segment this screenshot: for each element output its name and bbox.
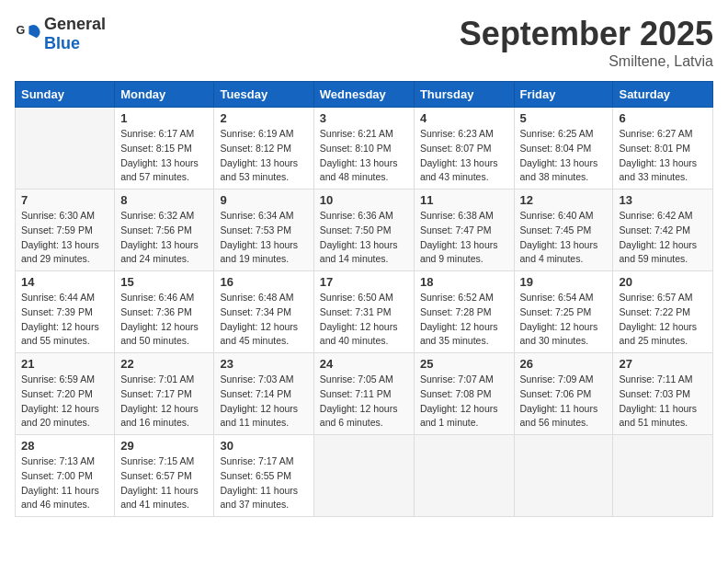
day-header-tuesday: Tuesday xyxy=(214,82,313,108)
day-info: Sunrise: 7:05 AMSunset: 7:11 PMDaylight:… xyxy=(320,373,408,431)
calendar-week-row: 21Sunrise: 6:59 AMSunset: 7:20 PMDayligh… xyxy=(16,353,713,435)
day-number: 6 xyxy=(619,111,707,125)
day-info: Sunrise: 6:38 AMSunset: 7:47 PMDaylight:… xyxy=(420,209,508,267)
day-number: 9 xyxy=(220,193,307,207)
calendar-cell xyxy=(313,435,414,517)
calendar-cell: 24Sunrise: 7:05 AMSunset: 7:11 PMDayligh… xyxy=(313,353,414,435)
day-info: Sunrise: 6:30 AMSunset: 7:59 PMDaylight:… xyxy=(21,209,108,267)
day-number: 16 xyxy=(220,275,307,289)
calendar-cell: 27Sunrise: 7:11 AMSunset: 7:03 PMDayligh… xyxy=(613,353,713,435)
calendar-cell: 10Sunrise: 6:36 AMSunset: 7:50 PMDayligh… xyxy=(313,190,414,271)
day-info: Sunrise: 7:09 AMSunset: 7:06 PMDaylight:… xyxy=(520,373,608,431)
day-info: Sunrise: 6:27 AMSunset: 8:01 PMDaylight:… xyxy=(619,127,707,185)
calendar-week-row: 1Sunrise: 6:17 AMSunset: 8:15 PMDaylight… xyxy=(16,108,713,190)
day-info: Sunrise: 6:44 AMSunset: 7:39 PMDaylight:… xyxy=(21,291,108,349)
day-number: 7 xyxy=(21,193,108,207)
calendar-header-row: SundayMondayTuesdayWednesdayThursdayFrid… xyxy=(16,82,713,108)
day-number: 30 xyxy=(220,439,307,453)
day-info: Sunrise: 7:01 AMSunset: 7:17 PMDaylight:… xyxy=(120,373,208,431)
day-number: 18 xyxy=(420,275,508,289)
calendar-week-row: 7Sunrise: 6:30 AMSunset: 7:59 PMDaylight… xyxy=(16,190,713,271)
month-title: September 2025 xyxy=(460,15,713,53)
logo-text-general: General xyxy=(44,15,106,33)
day-info: Sunrise: 6:50 AMSunset: 7:31 PMDaylight:… xyxy=(320,291,408,349)
calendar-cell: 30Sunrise: 7:17 AMSunset: 6:55 PMDayligh… xyxy=(214,435,313,517)
day-info: Sunrise: 6:36 AMSunset: 7:50 PMDaylight:… xyxy=(320,209,408,267)
calendar-cell xyxy=(16,108,115,190)
calendar-cell: 2Sunrise: 6:19 AMSunset: 8:12 PMDaylight… xyxy=(214,108,313,190)
day-header-thursday: Thursday xyxy=(414,82,514,108)
day-info: Sunrise: 6:40 AMSunset: 7:45 PMDaylight:… xyxy=(520,209,608,267)
calendar-week-row: 14Sunrise: 6:44 AMSunset: 7:39 PMDayligh… xyxy=(16,271,713,353)
logo-icon: G xyxy=(15,21,40,47)
calendar-cell: 14Sunrise: 6:44 AMSunset: 7:39 PMDayligh… xyxy=(16,271,115,353)
logo: G General Blue xyxy=(15,15,106,53)
day-number: 3 xyxy=(320,111,408,125)
day-info: Sunrise: 6:32 AMSunset: 7:56 PMDaylight:… xyxy=(120,209,208,267)
day-number: 17 xyxy=(320,275,408,289)
calendar-cell: 26Sunrise: 7:09 AMSunset: 7:06 PMDayligh… xyxy=(514,353,613,435)
calendar-cell: 20Sunrise: 6:57 AMSunset: 7:22 PMDayligh… xyxy=(613,271,713,353)
day-number: 8 xyxy=(120,193,208,207)
calendar-cell: 16Sunrise: 6:48 AMSunset: 7:34 PMDayligh… xyxy=(214,271,313,353)
day-number: 22 xyxy=(120,357,208,371)
day-number: 21 xyxy=(21,357,108,371)
calendar-cell: 15Sunrise: 6:46 AMSunset: 7:36 PMDayligh… xyxy=(115,271,214,353)
day-number: 20 xyxy=(619,275,707,289)
calendar-cell xyxy=(613,435,713,517)
day-number: 25 xyxy=(420,357,508,371)
day-info: Sunrise: 6:21 AMSunset: 8:10 PMDaylight:… xyxy=(320,127,408,185)
calendar-cell: 3Sunrise: 6:21 AMSunset: 8:10 PMDaylight… xyxy=(313,108,414,190)
day-header-wednesday: Wednesday xyxy=(313,82,414,108)
calendar-cell: 23Sunrise: 7:03 AMSunset: 7:14 PMDayligh… xyxy=(214,353,313,435)
calendar-week-row: 28Sunrise: 7:13 AMSunset: 7:00 PMDayligh… xyxy=(16,435,713,517)
page-header: G General Blue September 2025 Smiltene, … xyxy=(15,15,713,70)
day-info: Sunrise: 6:54 AMSunset: 7:25 PMDaylight:… xyxy=(520,291,608,349)
calendar-cell: 22Sunrise: 7:01 AMSunset: 7:17 PMDayligh… xyxy=(115,353,214,435)
day-info: Sunrise: 7:03 AMSunset: 7:14 PMDaylight:… xyxy=(220,373,307,431)
calendar-cell: 17Sunrise: 6:50 AMSunset: 7:31 PMDayligh… xyxy=(313,271,414,353)
day-info: Sunrise: 6:42 AMSunset: 7:42 PMDaylight:… xyxy=(619,209,707,267)
calendar-cell: 1Sunrise: 6:17 AMSunset: 8:15 PMDaylight… xyxy=(115,108,214,190)
calendar-cell: 18Sunrise: 6:52 AMSunset: 7:28 PMDayligh… xyxy=(414,271,514,353)
day-number: 1 xyxy=(120,111,208,125)
day-header-friday: Friday xyxy=(514,82,613,108)
day-info: Sunrise: 7:17 AMSunset: 6:55 PMDaylight:… xyxy=(220,454,307,512)
day-number: 13 xyxy=(619,193,707,207)
day-number: 26 xyxy=(520,357,608,371)
day-info: Sunrise: 6:59 AMSunset: 7:20 PMDaylight:… xyxy=(21,373,108,431)
logo-text-blue: Blue xyxy=(44,34,80,52)
day-number: 19 xyxy=(520,275,608,289)
calendar-cell: 29Sunrise: 7:15 AMSunset: 6:57 PMDayligh… xyxy=(115,435,214,517)
calendar-cell: 8Sunrise: 6:32 AMSunset: 7:56 PMDaylight… xyxy=(115,190,214,271)
calendar-cell: 19Sunrise: 6:54 AMSunset: 7:25 PMDayligh… xyxy=(514,271,613,353)
day-info: Sunrise: 7:11 AMSunset: 7:03 PMDaylight:… xyxy=(619,373,707,431)
svg-text:G: G xyxy=(16,24,25,37)
day-number: 27 xyxy=(619,357,707,371)
day-info: Sunrise: 6:48 AMSunset: 7:34 PMDaylight:… xyxy=(220,291,307,349)
day-info: Sunrise: 7:13 AMSunset: 7:00 PMDaylight:… xyxy=(21,454,108,512)
day-info: Sunrise: 7:15 AMSunset: 6:57 PMDaylight:… xyxy=(120,454,208,512)
day-number: 24 xyxy=(320,357,408,371)
calendar-cell: 6Sunrise: 6:27 AMSunset: 8:01 PMDaylight… xyxy=(613,108,713,190)
day-info: Sunrise: 6:57 AMSunset: 7:22 PMDaylight:… xyxy=(619,291,707,349)
day-number: 12 xyxy=(520,193,608,207)
calendar-table: SundayMondayTuesdayWednesdayThursdayFrid… xyxy=(15,81,713,517)
day-number: 29 xyxy=(120,439,208,453)
day-info: Sunrise: 6:19 AMSunset: 8:12 PMDaylight:… xyxy=(220,127,307,185)
day-header-saturday: Saturday xyxy=(613,82,713,108)
title-block: September 2025 Smiltene, Latvia xyxy=(460,15,713,70)
day-info: Sunrise: 6:34 AMSunset: 7:53 PMDaylight:… xyxy=(220,209,307,267)
day-info: Sunrise: 6:46 AMSunset: 7:36 PMDaylight:… xyxy=(120,291,208,349)
calendar-cell: 28Sunrise: 7:13 AMSunset: 7:00 PMDayligh… xyxy=(16,435,115,517)
calendar-cell xyxy=(414,435,514,517)
day-info: Sunrise: 6:52 AMSunset: 7:28 PMDaylight:… xyxy=(420,291,508,349)
calendar-cell: 25Sunrise: 7:07 AMSunset: 7:08 PMDayligh… xyxy=(414,353,514,435)
day-info: Sunrise: 6:17 AMSunset: 8:15 PMDaylight:… xyxy=(120,127,208,185)
calendar-cell: 5Sunrise: 6:25 AMSunset: 8:04 PMDaylight… xyxy=(514,108,613,190)
calendar-cell: 12Sunrise: 6:40 AMSunset: 7:45 PMDayligh… xyxy=(514,190,613,271)
day-number: 28 xyxy=(21,439,108,453)
day-number: 2 xyxy=(220,111,307,125)
day-number: 15 xyxy=(120,275,208,289)
day-info: Sunrise: 7:07 AMSunset: 7:08 PMDaylight:… xyxy=(420,373,508,431)
